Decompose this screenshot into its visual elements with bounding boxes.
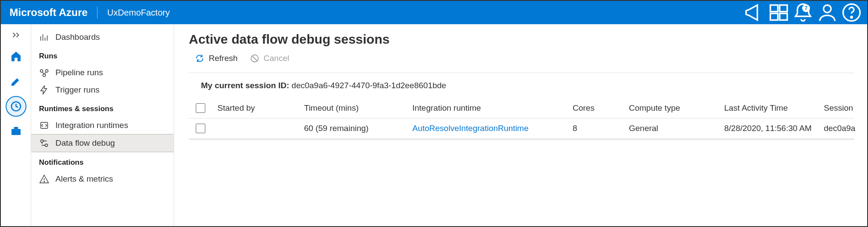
- cell-timeout: 60 (59 remaining): [304, 124, 412, 133]
- cell-compute-type: General: [629, 124, 724, 133]
- sidebar-item-data-flow-debug[interactable]: Data flow debug: [31, 134, 174, 152]
- session-id-value: dec0a9a6-4927-4470-9fa3-1d2ee8601bde: [291, 81, 446, 90]
- expand-rail-button[interactable]: [6, 29, 26, 42]
- svg-point-15: [45, 144, 48, 147]
- cell-integration-runtime-link[interactable]: AutoResolveIntegrationRuntime: [412, 124, 573, 133]
- sidebar-item-label: Dashboards: [55, 32, 100, 42]
- dashboard-icon: [39, 32, 49, 42]
- debug-icon: [39, 138, 49, 148]
- cell-cores: 8: [573, 124, 629, 133]
- feedback-icon[interactable]: [768, 1, 790, 24]
- cancel-button: Cancel: [250, 54, 289, 63]
- session-id-bar: My current session ID: dec0a9a6-4927-447…: [189, 73, 854, 98]
- brand-label[interactable]: Microsoft Azure: [10, 6, 97, 19]
- svg-rect-8: [11, 129, 20, 135]
- integration-icon: [39, 120, 49, 131]
- sidebar-item-label: Data flow debug: [55, 138, 115, 148]
- cancel-label: Cancel: [264, 54, 289, 63]
- sidebar-item-alerts-metrics[interactable]: Alerts & metrics: [31, 170, 174, 188]
- select-all-checkbox[interactable]: [196, 103, 205, 113]
- notification-badge: 7: [802, 4, 810, 12]
- svg-rect-1: [780, 5, 787, 12]
- workspace-name[interactable]: UxDemoFactory: [107, 8, 169, 18]
- sidebar-group-notifications: Notifications: [31, 152, 174, 170]
- col-compute-type[interactable]: Compute type: [629, 103, 724, 113]
- left-rail: [1, 24, 31, 226]
- help-icon[interactable]: [840, 1, 863, 24]
- toolbar: Refresh Cancel: [189, 54, 854, 63]
- alert-icon: [39, 174, 49, 184]
- sidebar: Dashboards Runs Pipeline runs Trigger ru…: [31, 24, 174, 226]
- col-timeout[interactable]: Timeout (mins): [304, 103, 412, 113]
- svg-point-14: [41, 140, 43, 142]
- svg-point-16: [44, 181, 45, 182]
- rail-manage-button[interactable]: [6, 121, 26, 142]
- sidebar-item-label: Alerts & metrics: [55, 174, 113, 184]
- col-integration-runtime[interactable]: Integration runtime: [412, 103, 573, 113]
- sidebar-item-pipeline-runs[interactable]: Pipeline runs: [31, 64, 174, 81]
- table-row[interactable]: 60 (59 remaining) AutoResolveIntegration…: [189, 118, 854, 140]
- main-content: Active data flow debug sessions Refresh …: [174, 24, 867, 226]
- sidebar-item-label: Integration runtimes: [55, 121, 128, 130]
- table-header: Started by Timeout (mins) Integration ru…: [189, 98, 854, 118]
- global-header: Microsoft Azure UxDemoFactory 7: [1, 1, 867, 24]
- col-session[interactable]: Session: [824, 103, 867, 113]
- profile-icon[interactable]: [816, 1, 839, 24]
- rail-author-button[interactable]: [6, 71, 26, 92]
- sidebar-item-trigger-runs[interactable]: Trigger runs: [31, 81, 174, 99]
- sidebar-item-label: Trigger runs: [55, 85, 100, 95]
- sidebar-group-runs: Runs: [31, 46, 174, 64]
- sessions-table: Started by Timeout (mins) Integration ru…: [189, 98, 854, 140]
- cell-session: dec0a9a: [824, 124, 867, 133]
- session-id-label: My current session ID:: [201, 81, 289, 90]
- refresh-button[interactable]: Refresh: [195, 54, 238, 63]
- sidebar-item-integration-runtimes[interactable]: Integration runtimes: [31, 117, 174, 134]
- sidebar-item-dashboards[interactable]: Dashboards: [31, 29, 174, 46]
- pipeline-icon: [39, 67, 49, 78]
- svg-point-4: [823, 5, 831, 13]
- refresh-label: Refresh: [209, 54, 238, 63]
- notifications-icon[interactable]: 7: [792, 1, 814, 24]
- svg-point-12: [43, 74, 45, 77]
- svg-rect-2: [771, 13, 778, 20]
- page-title: Active data flow debug sessions: [189, 32, 854, 47]
- row-checkbox[interactable]: [196, 124, 205, 133]
- svg-rect-3: [780, 13, 787, 20]
- announce-icon[interactable]: [743, 1, 766, 24]
- svg-rect-0: [771, 5, 778, 12]
- cell-last-activity: 8/28/2020, 11:56:30 AM: [724, 124, 824, 133]
- sidebar-item-label: Pipeline runs: [55, 68, 103, 77]
- sidebar-group-runtimes: Runtimes & sessions: [31, 99, 174, 117]
- svg-rect-9: [14, 127, 18, 129]
- svg-point-6: [851, 16, 852, 18]
- trigger-icon: [39, 85, 49, 95]
- rail-home-button[interactable]: [6, 46, 26, 67]
- col-last-activity[interactable]: Last Activity Time: [724, 103, 824, 113]
- col-started-by[interactable]: Started by: [217, 103, 304, 113]
- col-cores[interactable]: Cores: [573, 103, 629, 113]
- rail-monitor-button[interactable]: [6, 96, 26, 117]
